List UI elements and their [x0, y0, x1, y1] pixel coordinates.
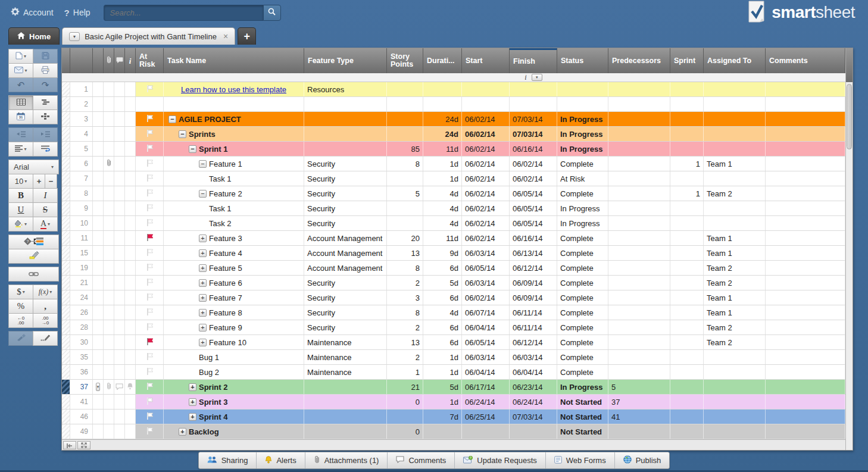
cell-sprint[interactable]	[670, 290, 704, 305]
row-select-handle[interactable]	[62, 320, 70, 335]
cell-task[interactable]: +Feature 8	[164, 305, 304, 320]
cell-assigned[interactable]: Team 2	[704, 261, 766, 275]
cell-assigned[interactable]: Team 1	[704, 305, 766, 320]
cell-atrisk[interactable]	[136, 395, 164, 409]
collapse-row-button[interactable]: −	[168, 115, 176, 123]
cell-comments[interactable]	[766, 142, 845, 156]
cell-duration[interactable]	[423, 97, 462, 111]
align-button[interactable]: ▾	[8, 142, 33, 157]
flag-icon[interactable]	[146, 218, 154, 229]
new-item-button[interactable]: ▾	[8, 49, 33, 64]
cell-menu[interactable]	[93, 142, 104, 156]
font-color-button[interactable]: A▾	[33, 217, 58, 232]
template-help-link[interactable]: Learn how to use this template	[181, 85, 286, 94]
column-header-info[interactable]: i	[125, 48, 136, 73]
grid-view-button[interactable]	[8, 95, 33, 110]
cell-sprint[interactable]	[670, 82, 704, 96]
column-header-sprint[interactable]: Sprint	[670, 48, 704, 73]
expand-row-button[interactable]: +	[199, 235, 207, 242]
cell-task[interactable]: +Feature 6	[164, 276, 304, 290]
cell-atrisk[interactable]	[136, 231, 164, 245]
cell-comment[interactable]	[114, 320, 125, 335]
cell-assigned[interactable]	[704, 365, 766, 379]
cell-status[interactable]: In Progress	[557, 112, 608, 126]
cell-task[interactable]: +Feature 10	[164, 335, 304, 349]
cell-assigned[interactable]	[704, 350, 766, 364]
cell-atrisk[interactable]	[136, 186, 164, 201]
cell-feature[interactable]: Account Management	[304, 261, 387, 275]
cell-task[interactable]: +Feature 4	[164, 246, 304, 260]
cell-pred[interactable]	[608, 186, 670, 201]
cell-assigned[interactable]	[704, 380, 766, 394]
row-number[interactable]: 36	[70, 365, 93, 379]
column-header-start[interactable]: Start	[462, 48, 510, 73]
row-number[interactable]: 3	[70, 112, 93, 126]
cell-duration[interactable]: 11d	[423, 142, 462, 156]
cell-start[interactable]: 06/17/14	[462, 380, 510, 394]
cell-info[interactable]	[125, 216, 136, 230]
cell-comment[interactable]	[114, 380, 125, 394]
row-select-handle[interactable]	[62, 246, 70, 260]
cell-attach[interactable]	[104, 424, 114, 439]
cell-attach[interactable]	[104, 276, 114, 290]
flag-icon[interactable]	[146, 174, 154, 184]
cell-menu[interactable]	[93, 410, 104, 424]
row-select-handle[interactable]	[62, 201, 70, 215]
cell-points[interactable]: 5	[387, 186, 423, 201]
gantt-view-button[interactable]	[33, 95, 58, 110]
cell-menu[interactable]	[93, 82, 104, 96]
flag-icon[interactable]	[146, 278, 154, 288]
font-family-select[interactable]: Arial▾	[8, 160, 59, 174]
cell-attach[interactable]	[104, 350, 114, 364]
print-button[interactable]	[33, 63, 58, 78]
cell-task[interactable]: −Sprint 1	[164, 142, 304, 156]
flag-icon[interactable]	[146, 114, 154, 124]
cell-attach[interactable]	[104, 186, 114, 201]
cell-attach[interactable]	[104, 112, 114, 126]
cell-duration[interactable]: 7d	[423, 410, 462, 424]
cell-duration[interactable]: 4d	[423, 305, 462, 320]
cell-duration[interactable]: 1d	[423, 171, 462, 186]
cell-status[interactable]: In Progress	[557, 216, 608, 230]
paperclip-icon[interactable]	[106, 159, 112, 168]
cell-atrisk[interactable]	[136, 246, 164, 260]
tab-home[interactable]: Home	[8, 27, 60, 45]
cell-pred[interactable]	[608, 82, 670, 96]
hyperlink-button[interactable]	[8, 267, 59, 282]
cell-feature[interactable]	[304, 97, 387, 111]
cell-task[interactable]: Task 1	[164, 201, 304, 215]
underline-button[interactable]: U	[8, 202, 33, 217]
cell-sprint[interactable]	[670, 305, 704, 320]
cell-comment[interactable]	[114, 276, 125, 290]
cell-status[interactable]: Complete	[557, 365, 608, 379]
cell-sprint[interactable]	[670, 335, 704, 349]
tab-menu-dropdown[interactable]: ▾	[69, 32, 80, 41]
cell-start[interactable]	[462, 82, 510, 96]
cell-points[interactable]: 8	[387, 261, 423, 275]
column-header-comment[interactable]	[114, 48, 125, 73]
cell-atrisk[interactable]	[136, 216, 164, 230]
cell-pred[interactable]	[608, 350, 670, 364]
expand-row-button[interactable]: +	[199, 279, 207, 287]
cell-start[interactable]: 06/04/14	[462, 365, 510, 379]
column-header-sel[interactable]	[62, 48, 70, 73]
cell-comments[interactable]	[766, 380, 845, 394]
cell-start[interactable]: 06/03/14	[462, 246, 510, 260]
row-select-handle[interactable]	[62, 231, 70, 245]
cell-atrisk[interactable]	[136, 424, 164, 439]
row-number[interactable]: 37	[70, 380, 93, 394]
cell-finish[interactable]: 06/16/14	[510, 142, 557, 156]
column-header-finish[interactable]: Finish	[510, 48, 557, 73]
column-header-duration[interactable]: Durati...	[423, 48, 462, 73]
expand-row-button[interactable]: +	[179, 428, 186, 436]
cell-info[interactable]	[125, 142, 136, 156]
cell-duration[interactable]: 4d	[423, 186, 462, 201]
cell-points[interactable]	[387, 410, 423, 424]
cell-comments[interactable]	[766, 395, 845, 409]
cell-pred[interactable]	[608, 246, 670, 260]
column-header-points[interactable]: Story Points	[387, 48, 423, 73]
cell-comments[interactable]	[766, 157, 845, 171]
cell-task[interactable]: Bug 1	[164, 350, 304, 364]
cell-menu[interactable]	[93, 216, 104, 230]
flag-icon[interactable]	[146, 144, 154, 154]
